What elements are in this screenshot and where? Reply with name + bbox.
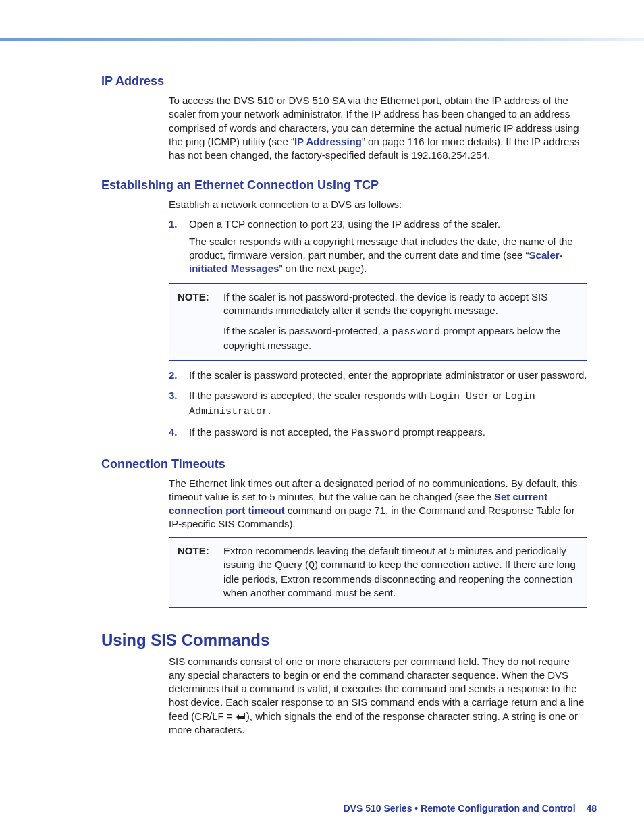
ip-address-body: To access the DVS 510 or DVS 510 SA via …: [169, 94, 587, 162]
text: If the scaler is password-protected, a p…: [223, 324, 579, 353]
heading-using-sis-commands: Using SIS Commands: [101, 631, 587, 650]
text: The scaler responds with a copyright mes…: [189, 236, 573, 261]
list-item: 2. If the scaler is password protected, …: [169, 369, 587, 382]
mono-password: password: [392, 326, 440, 338]
text: If the scaler is not password-protected,…: [223, 290, 579, 318]
list-item: 1. Open a TCP connection to port 23, usi…: [169, 217, 587, 276]
text: ” on the next page).: [279, 263, 367, 274]
mono-q-command: Q: [308, 560, 315, 571]
text: If the password is accepted, the scaler …: [189, 390, 429, 401]
text: prompt reappears.: [400, 426, 485, 438]
mono-login-user: Login User: [429, 391, 490, 402]
text: If the password is not accepted, the: [189, 426, 351, 438]
link-ip-addressing[interactable]: IP Addressing: [294, 136, 362, 147]
text: If the password is accepted, the scaler …: [189, 390, 535, 416]
establishing-steps-cont: 2. If the scaler is password protected, …: [169, 369, 587, 441]
text: If the scaler is password protected, ent…: [189, 369, 587, 381]
note-label: NOTE:: [178, 290, 217, 318]
page-content: IP Address To access the DVS 510 or DVS …: [101, 74, 587, 742]
heading-establishing-tcp: Establishing an Ethernet Connection Usin…: [101, 178, 587, 192]
text: Open a TCP connection to port 23, using …: [189, 218, 500, 230]
header-gradient-bar: [0, 38, 644, 41]
text: or: [490, 390, 505, 401]
step1-response-paragraph: The scaler responds with a copyright mes…: [189, 235, 587, 276]
step-number: 1.: [169, 217, 178, 231]
step-number: 2.: [169, 369, 178, 382]
footer-title: DVS 510 Series • Remote Configuration an…: [343, 803, 575, 814]
heading-ip-address: IP Address: [101, 74, 587, 88]
timeouts-paragraph: The Ethernet link times out after a desi…: [169, 477, 587, 531]
step-number: 3.: [169, 389, 178, 402]
ip-address-paragraph: To access the DVS 510 or DVS 510 SA via …: [169, 94, 587, 162]
return-icon: [236, 713, 246, 721]
timeouts-body: The Ethernet link times out after a desi…: [169, 477, 587, 531]
text: .: [268, 405, 271, 416]
text: Extron recommends leaving the default ti…: [223, 544, 579, 600]
heading-connection-timeouts: Connection Timeouts: [101, 457, 587, 471]
list-item: 3. If the password is accepted, the scal…: [169, 389, 587, 419]
step-number: 4.: [169, 425, 178, 439]
spacer: [178, 324, 217, 353]
establishing-intro: Establish a network connection to a DVS …: [169, 198, 587, 211]
text: Establish a network connection to a DVS …: [169, 198, 587, 211]
using-sis-paragraph: SIS commands consist of one or more char…: [169, 655, 587, 737]
mono-password-prompt: Password: [351, 427, 400, 439]
establishing-steps: 1. Open a TCP connection to port 23, usi…: [169, 217, 587, 276]
using-sis-body: SIS commands consist of one or more char…: [169, 655, 587, 737]
list-item: 4. If the password is not accepted, the …: [169, 425, 587, 440]
note-box-timeout: NOTE: Extron recommends leaving the defa…: [169, 537, 587, 608]
text: If the scaler is password-protected, a: [223, 325, 392, 336]
text: If the password is not accepted, the Pas…: [189, 426, 485, 438]
page-footer: DVS 510 Series • Remote Configuration an…: [343, 803, 597, 814]
footer-page-number: 48: [586, 803, 597, 814]
note-label: NOTE:: [178, 544, 217, 600]
note-box-password: NOTE: If the scaler is not password-prot…: [169, 283, 587, 361]
